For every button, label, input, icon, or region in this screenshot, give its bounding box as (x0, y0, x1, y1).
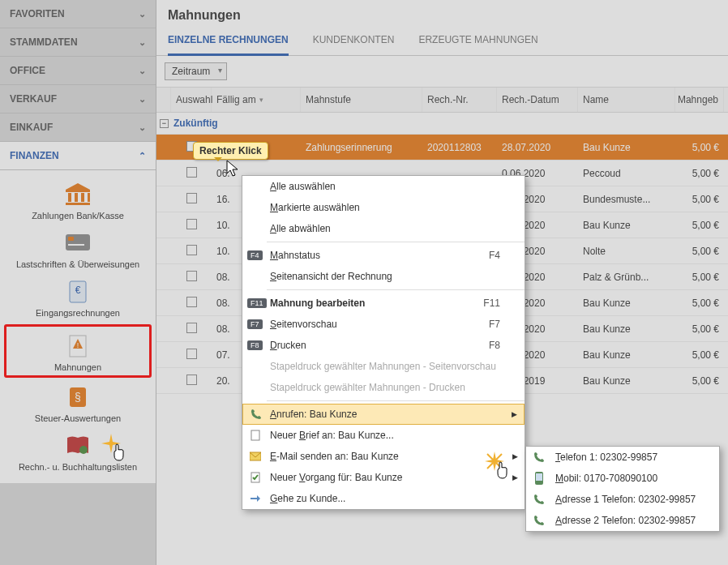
menu-item[interactable]: Seitenansicht der Rechnung (242, 266, 525, 287)
cell-stage: Zahlungserinnerung (301, 142, 422, 153)
panel-btn-eingangsrechnungen[interactable]: € Eingangsrechnungen (4, 276, 152, 321)
sub-menu: Telefon 1: 02302-99857Mobil: 0170-708090… (525, 446, 720, 532)
sidebar-item-stammdaten[interactable]: STAMMDATEN⌄ (0, 28, 156, 57)
panel-btn-mahnungen[interactable]: ! Mahnungen (4, 324, 152, 378)
invoice-in-icon: € (65, 279, 91, 305)
checkbox[interactable] (186, 271, 197, 281)
checkbox[interactable] (186, 349, 197, 359)
sidebar-panel: Zahlungen Bank/Kasse Lastschriften & Übe… (0, 170, 156, 483)
submenu-arrow-icon: ▶ (512, 410, 517, 418)
checkbox[interactable] (186, 297, 197, 307)
menu-item[interactable]: F4MahnstatusF4 (242, 245, 525, 266)
tab-einzelne[interactable]: EINZELNE RECHNUNGEN (168, 28, 289, 56)
submenu-arrow-icon: ▶ (512, 452, 518, 460)
submenu-item[interactable]: Adresse 1 Telefon: 02302-99857 (526, 489, 719, 510)
grid-header: Auswahl Fällig am▾ Mahnstufe Rech.-Nr. R… (156, 87, 728, 113)
menu-item[interactable]: Gehe zu Kunde... (242, 488, 525, 509)
context-menu: Alle auswählenMarkierte auswählenAlle ab… (242, 175, 525, 510)
bank-icon (65, 182, 91, 208)
sidebar-item-favoriten[interactable]: FAVORITEN⌄ (0, 0, 156, 28)
submenu-item[interactable]: Mobil: 0170-708090100 (526, 468, 719, 489)
cell-name: Bau Kunze (578, 349, 675, 361)
phone-icon (533, 514, 546, 527)
checkbox[interactable] (186, 245, 197, 255)
menu-label: Stapeldruck gewählter Mahnungen - Drucke… (270, 382, 465, 393)
col-rechdatum[interactable]: Rech.-Datum (497, 88, 578, 112)
col-mahnstufe[interactable]: Mahnstufe (301, 88, 422, 112)
chevron-down-icon: ⌄ (139, 122, 146, 133)
toolbar: Zeitraum (156, 56, 728, 87)
panel-label: Lastschriften & Überweisungen (16, 259, 139, 269)
col-mahngeb[interactable]: Mahngeb (675, 88, 724, 112)
panel-label: Steuer-Auswertungen (35, 413, 121, 423)
panel-btn-steuer[interactable]: § Steuer-Auswertungen (4, 381, 152, 426)
phone-icon (250, 408, 263, 421)
menu-label: Alle abwählen (270, 223, 331, 234)
checkbox[interactable] (186, 167, 197, 178)
sidebar-label: FAVORITEN (10, 8, 65, 19)
menu-item[interactable]: E-Mail senden an: Bau Kunze▶ (242, 446, 525, 467)
page-title: Mahnungen (156, 0, 728, 28)
sidebar-label: FINANZEN (10, 150, 59, 161)
menu-item[interactable]: F11Mahnung bearbeitenF11 (242, 293, 525, 314)
zeitraum-dropdown[interactable]: Zeitraum (165, 62, 227, 80)
panel-label: Mahnungen (54, 362, 101, 372)
cell-name: Bau Kunze (578, 375, 675, 387)
checkbox[interactable] (186, 193, 197, 203)
cell-name: Bau Kunze (578, 142, 675, 153)
submenu-item[interactable]: Telefon 1: 02302-99857 (526, 447, 719, 468)
panel-btn-buchhaltung[interactable]: Rechn.- u. Buchhaltungslisten (4, 430, 152, 475)
menu-item[interactable]: Markierte auswählen (242, 197, 525, 218)
checkbox[interactable] (186, 219, 197, 229)
menu-label: Neuer Vorgang für: Bau Kunze (270, 472, 402, 483)
col-faellig[interactable]: Fällig am▾ (212, 88, 301, 112)
submenu-item[interactable]: Adresse 2 Telefon: 02302-99857 (526, 510, 719, 531)
scroll-icon: § (65, 384, 91, 410)
menu-label: Drucken (270, 340, 306, 351)
cell-amt: 5,00 € (675, 323, 724, 335)
menu-item[interactable]: Neuer Brief an: Bau Kunze... (242, 425, 525, 446)
cell-amt: 5,00 € (675, 349, 724, 361)
menu-label: Gehe zu Kunde... (270, 493, 345, 504)
svg-point-9 (79, 446, 88, 454)
cell-amt: 5,00 € (675, 297, 724, 309)
tab-kundenkonten[interactable]: KUNDENKONTEN (313, 28, 395, 55)
sidebar-item-office[interactable]: OFFICE⌄ (0, 57, 156, 85)
panel-btn-zahlungen[interactable]: Zahlungen Bank/Kasse (4, 178, 152, 224)
menu-item[interactable]: Alle abwählen (242, 218, 525, 239)
checkbox[interactable] (186, 375, 197, 385)
doc-icon (249, 429, 262, 442)
cell-amt: 5,00 € (675, 375, 724, 387)
panel-label: Zahlungen Bank/Kasse (32, 211, 124, 220)
checkbox[interactable] (186, 323, 197, 333)
menu-item[interactable]: Anrufen: Bau Kunze▶ (242, 404, 525, 425)
sidebar-item-finanzen[interactable]: FINANZEN⌃ (0, 142, 156, 170)
shortcut-badge: F7 (247, 319, 263, 329)
menu-item[interactable]: F8DruckenF8 (242, 335, 525, 356)
col-auswahl[interactable]: Auswahl (171, 88, 212, 112)
tab-erzeugte[interactable]: ERZEUGTE MAHNUNGEN (418, 28, 537, 55)
col-name[interactable]: Name (578, 88, 675, 112)
shortcut-key: F8 (489, 340, 500, 351)
phone-icon (533, 493, 546, 506)
group-row[interactable]: −Zukünftig (156, 113, 728, 135)
menu-item[interactable]: Alle auswählen (242, 176, 525, 197)
cell-no: 2020112803 (422, 142, 497, 153)
submenu-label: Telefon 1: 02302-99857 (555, 452, 657, 463)
menu-label: Anrufen: Bau Kunze (270, 409, 357, 420)
sidebar: FAVORITEN⌄ STAMMDATEN⌄ OFFICE⌄ VERKAUF⌄ … (0, 0, 156, 565)
sidebar-label: VERKAUF (10, 93, 57, 105)
menu-item[interactable]: F7SeitenvorschauF7 (242, 314, 525, 335)
col-rechnr[interactable]: Rech.-Nr. (422, 88, 497, 112)
menu-item[interactable]: Neuer Vorgang für: Bau Kunze▶ (242, 467, 525, 488)
sort-icon: ▾ (259, 96, 263, 104)
panel-btn-lastschriften[interactable]: Lastschriften & Überweisungen (4, 227, 152, 272)
sidebar-item-einkauf[interactable]: EINKAUF⌄ (0, 113, 156, 142)
cell-amt: 5,00 € (675, 272, 724, 283)
svg-rect-1 (68, 237, 74, 241)
svg-text:!: ! (77, 341, 79, 349)
sidebar-item-verkauf[interactable]: VERKAUF⌄ (0, 85, 156, 113)
menu-label: Seitenansicht der Rechnung (270, 271, 392, 282)
sidebar-label: EINKAUF (10, 122, 53, 133)
collapse-icon[interactable]: − (160, 119, 169, 128)
